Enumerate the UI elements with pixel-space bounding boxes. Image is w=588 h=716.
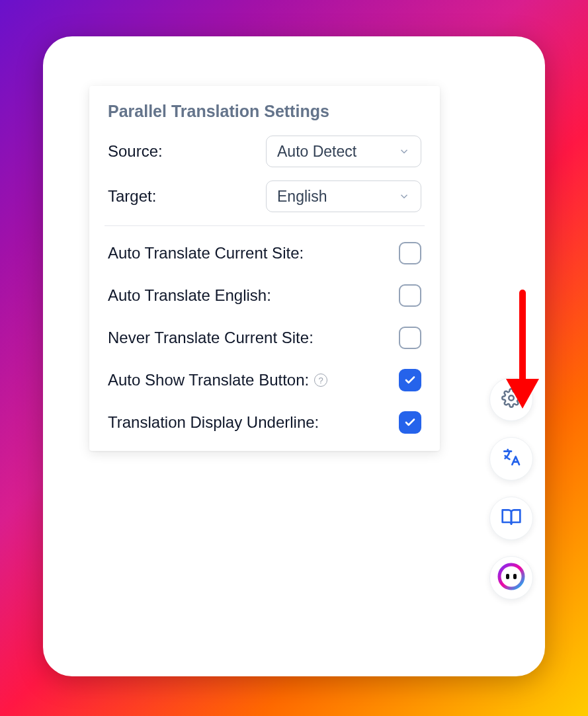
settings-panel: Parallel Translation Settings Source: Au… — [89, 86, 440, 451]
source-row: Source: Auto Detect — [108, 136, 421, 167]
toggle-label: Auto Translate Current Site: — [108, 244, 304, 262]
toggle-display-underline: Translation Display Underline: — [108, 411, 421, 434]
toggle-auto-show-button: Auto Show Translate Button: ? — [108, 369, 421, 391]
floating-toolbar — [489, 378, 533, 600]
checkbox-display-underline[interactable] — [399, 411, 421, 434]
book-fab[interactable] — [489, 497, 533, 540]
chevron-down-icon — [398, 190, 410, 202]
checkbox-auto-translate-english[interactable] — [399, 284, 421, 307]
toggle-label: Auto Show Translate Button: — [108, 371, 309, 389]
brand-icon — [496, 561, 526, 594]
divider — [105, 225, 425, 226]
target-label: Target: — [108, 187, 156, 206]
translate-icon — [501, 447, 522, 471]
checkbox-never-translate-site[interactable] — [399, 327, 421, 349]
target-row: Target: English — [108, 180, 421, 212]
source-label: Source: — [108, 142, 163, 161]
svg-rect-3 — [513, 574, 517, 579]
toggle-never-translate-site: Never Translate Current Site: — [108, 327, 421, 349]
book-icon — [501, 506, 522, 530]
chevron-down-icon — [398, 145, 410, 157]
toggle-label: Auto Translate English: — [108, 286, 271, 305]
target-select[interactable]: English — [266, 180, 421, 212]
svg-rect-2 — [506, 574, 509, 579]
settings-fab[interactable] — [489, 378, 533, 421]
app-card: Parallel Translation Settings Source: Au… — [43, 36, 545, 676]
checkbox-auto-translate-site[interactable] — [399, 242, 421, 264]
toggle-label: Never Translate Current Site: — [108, 329, 314, 347]
check-icon — [404, 417, 416, 428]
source-value: Auto Detect — [277, 143, 357, 161]
toggle-auto-translate-site: Auto Translate Current Site: — [108, 242, 421, 264]
svg-point-0 — [509, 395, 514, 401]
gear-icon — [501, 388, 521, 411]
help-icon[interactable]: ? — [314, 374, 327, 387]
brand-fab[interactable] — [489, 556, 533, 600]
panel-title: Parallel Translation Settings — [108, 102, 421, 121]
svg-point-1 — [499, 565, 523, 588]
check-icon — [404, 374, 416, 386]
checkbox-auto-show-button[interactable] — [399, 369, 421, 391]
translate-fab[interactable] — [489, 437, 533, 481]
toggle-auto-translate-english: Auto Translate English: — [108, 284, 421, 307]
toggle-label: Translation Display Underline: — [108, 413, 319, 432]
source-select[interactable]: Auto Detect — [266, 136, 421, 167]
target-value: English — [277, 188, 327, 206]
